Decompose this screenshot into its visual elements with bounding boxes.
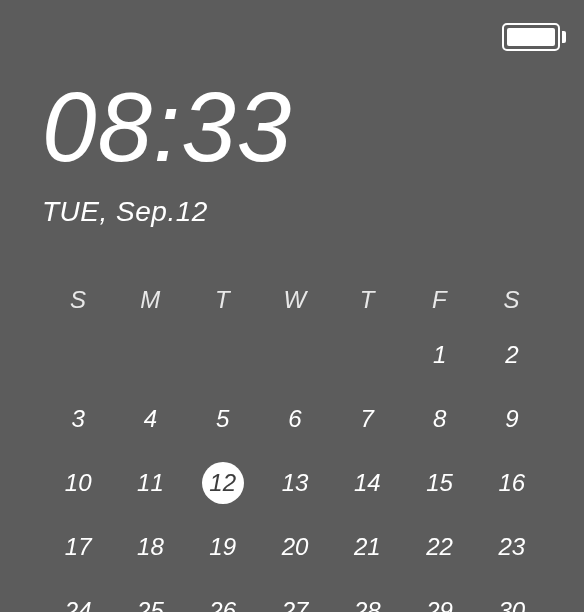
calendar-day-cell[interactable]: 6 — [259, 396, 331, 442]
calendar-day-cell[interactable]: 10 — [42, 460, 114, 506]
calendar-day-cell[interactable]: 15 — [403, 460, 475, 506]
calendar-day-cell[interactable]: 29 — [403, 588, 475, 612]
calendar-day-cell[interactable]: 26 — [187, 588, 259, 612]
calendar-day-cell[interactable]: 20 — [259, 524, 331, 570]
calendar-day-cell[interactable]: 2 — [476, 332, 548, 378]
calendar-empty-cell — [259, 332, 331, 378]
calendar-empty-cell — [42, 332, 114, 378]
calendar-day-cell[interactable]: 14 — [331, 460, 403, 506]
calendar-grid[interactable]: SMTWTFS123456789101112131415161718192021… — [42, 286, 548, 612]
calendar-header-cell: M — [114, 286, 186, 314]
calendar-header-cell: F — [403, 286, 475, 314]
calendar-day-cell[interactable]: 16 — [476, 460, 548, 506]
battery-tip — [562, 31, 566, 43]
calendar-day-cell[interactable]: 24 — [42, 588, 114, 612]
calendar-day-cell[interactable]: 1 — [403, 332, 475, 378]
battery-body — [502, 23, 560, 51]
calendar-day-cell[interactable]: 13 — [259, 460, 331, 506]
calendar-empty-cell — [114, 332, 186, 378]
calendar-day-cell[interactable]: 8 — [403, 396, 475, 442]
calendar-day-cell[interactable]: 17 — [42, 524, 114, 570]
calendar-day-cell[interactable]: 22 — [403, 524, 475, 570]
calendar-day-cell[interactable]: 27 — [259, 588, 331, 612]
calendar-empty-cell — [187, 332, 259, 378]
calendar-day-cell[interactable]: 18 — [114, 524, 186, 570]
calendar-day-cell[interactable]: 9 — [476, 396, 548, 442]
clock-time: 08:33 — [42, 78, 548, 176]
calendar-day-cell[interactable]: 5 — [187, 396, 259, 442]
calendar-day-cell[interactable]: 23 — [476, 524, 548, 570]
clock-date: TUE, Sep.12 — [42, 196, 548, 228]
calendar-day-cell[interactable]: 21 — [331, 524, 403, 570]
calendar-header-cell: T — [187, 286, 259, 314]
calendar-day-cell[interactable]: 12 — [187, 460, 259, 506]
battery-fill — [507, 28, 555, 46]
calendar-day-cell[interactable]: 30 — [476, 588, 548, 612]
calendar-empty-cell — [331, 332, 403, 378]
battery-indicator — [502, 22, 566, 52]
calendar-header-cell: S — [476, 286, 548, 314]
calendar-header-cell: W — [259, 286, 331, 314]
calendar-day-cell[interactable]: 4 — [114, 396, 186, 442]
calendar-day-cell[interactable]: 7 — [331, 396, 403, 442]
calendar-day-cell[interactable]: 11 — [114, 460, 186, 506]
calendar-header-cell: S — [42, 286, 114, 314]
calendar-day-cell[interactable]: 25 — [114, 588, 186, 612]
calendar-header-cell: T — [331, 286, 403, 314]
calendar-day-cell[interactable]: 3 — [42, 396, 114, 442]
calendar-day-cell[interactable]: 28 — [331, 588, 403, 612]
calendar-day-cell[interactable]: 19 — [187, 524, 259, 570]
lockscreen-content: 08:33 TUE, Sep.12 SMTWTFS123456789101112… — [0, 0, 584, 612]
